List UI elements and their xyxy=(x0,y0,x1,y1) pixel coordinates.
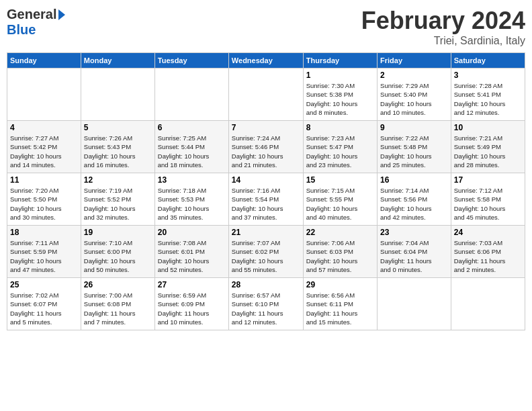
day-of-week-header: Friday xyxy=(378,53,451,68)
calendar-body: 1Sunrise: 7:30 AM Sunset: 5:38 PM Daylig… xyxy=(7,68,525,330)
calendar-table: SundayMondayTuesdayWednesdayThursdayFrid… xyxy=(7,52,525,330)
day-info: Sunrise: 6:56 AM Sunset: 6:11 PM Dayligh… xyxy=(306,291,374,326)
calendar-cell: 27Sunrise: 6:59 AM Sunset: 6:09 PM Dayli… xyxy=(154,278,228,330)
calendar-cell xyxy=(81,68,154,121)
calendar-cell: 4Sunrise: 7:27 AM Sunset: 5:42 PM Daylig… xyxy=(7,121,81,173)
calendar-cell: 28Sunrise: 6:57 AM Sunset: 6:10 PM Dayli… xyxy=(228,278,303,330)
calendar-cell: 23Sunrise: 7:04 AM Sunset: 6:04 PM Dayli… xyxy=(378,226,451,278)
day-number: 3 xyxy=(454,71,522,80)
day-number: 22 xyxy=(306,228,374,237)
day-number: 25 xyxy=(10,280,78,289)
location-title: Triei, Sardinia, Italy xyxy=(361,35,525,47)
day-number: 24 xyxy=(454,228,522,237)
day-number: 21 xyxy=(232,228,300,237)
day-number: 20 xyxy=(158,228,226,237)
day-number: 29 xyxy=(306,280,374,289)
calendar-cell: 15Sunrise: 7:15 AM Sunset: 5:55 PM Dayli… xyxy=(303,173,377,226)
day-info: Sunrise: 7:24 AM Sunset: 5:46 PM Dayligh… xyxy=(232,134,300,169)
calendar-cell: 19Sunrise: 7:10 AM Sunset: 6:00 PM Dayli… xyxy=(81,226,154,278)
day-info: Sunrise: 7:08 AM Sunset: 6:01 PM Dayligh… xyxy=(158,238,226,274)
calendar-cell: 17Sunrise: 7:12 AM Sunset: 5:58 PM Dayli… xyxy=(451,173,525,226)
day-info: Sunrise: 7:04 AM Sunset: 6:04 PM Dayligh… xyxy=(380,238,448,274)
calendar-header: SundayMondayTuesdayWednesdayThursdayFrid… xyxy=(7,53,525,68)
day-number: 27 xyxy=(158,280,226,289)
day-of-week-header: Sunday xyxy=(7,53,81,68)
header-row: SundayMondayTuesdayWednesdayThursdayFrid… xyxy=(7,53,525,68)
calendar-cell: 9Sunrise: 7:22 AM Sunset: 5:48 PM Daylig… xyxy=(378,121,451,173)
day-info: Sunrise: 7:00 AM Sunset: 6:08 PM Dayligh… xyxy=(84,291,152,326)
day-number: 1 xyxy=(306,71,374,80)
calendar-cell xyxy=(154,68,228,121)
day-info: Sunrise: 7:19 AM Sunset: 5:52 PM Dayligh… xyxy=(84,186,152,222)
day-number: 11 xyxy=(10,175,78,185)
day-number: 26 xyxy=(84,280,152,289)
day-info: Sunrise: 7:16 AM Sunset: 5:54 PM Dayligh… xyxy=(232,186,300,222)
day-number: 9 xyxy=(380,123,448,132)
day-info: Sunrise: 7:12 AM Sunset: 5:58 PM Dayligh… xyxy=(454,186,522,222)
day-info: Sunrise: 7:28 AM Sunset: 5:41 PM Dayligh… xyxy=(454,81,522,117)
calendar-cell: 26Sunrise: 7:00 AM Sunset: 6:08 PM Dayli… xyxy=(81,278,154,330)
calendar-cell xyxy=(451,278,525,330)
day-of-week-header: Saturday xyxy=(451,53,525,68)
day-info: Sunrise: 7:23 AM Sunset: 5:47 PM Dayligh… xyxy=(306,134,374,169)
calendar-cell: 8Sunrise: 7:23 AM Sunset: 5:47 PM Daylig… xyxy=(303,121,377,173)
calendar-cell: 29Sunrise: 6:56 AM Sunset: 6:11 PM Dayli… xyxy=(303,278,377,330)
day-of-week-header: Thursday xyxy=(303,53,377,68)
day-number: 15 xyxy=(306,175,374,185)
calendar-cell: 7Sunrise: 7:24 AM Sunset: 5:46 PM Daylig… xyxy=(228,121,303,173)
day-info: Sunrise: 7:26 AM Sunset: 5:43 PM Dayligh… xyxy=(84,134,152,169)
calendar-cell: 5Sunrise: 7:26 AM Sunset: 5:43 PM Daylig… xyxy=(81,121,154,173)
day-of-week-header: Tuesday xyxy=(154,53,228,68)
day-number: 18 xyxy=(10,228,78,237)
calendar-cell: 20Sunrise: 7:08 AM Sunset: 6:01 PM Dayli… xyxy=(154,226,228,278)
day-info: Sunrise: 7:22 AM Sunset: 5:48 PM Dayligh… xyxy=(380,134,448,169)
day-number: 6 xyxy=(158,123,226,132)
day-info: Sunrise: 7:06 AM Sunset: 6:03 PM Dayligh… xyxy=(306,238,374,274)
day-of-week-header: Monday xyxy=(81,53,154,68)
day-number: 4 xyxy=(10,123,78,132)
day-number: 28 xyxy=(232,280,300,289)
day-info: Sunrise: 6:59 AM Sunset: 6:09 PM Dayligh… xyxy=(158,291,226,326)
calendar-week-row: 11Sunrise: 7:20 AM Sunset: 5:50 PM Dayli… xyxy=(7,173,525,226)
calendar-week-row: 1Sunrise: 7:30 AM Sunset: 5:38 PM Daylig… xyxy=(7,68,525,121)
day-number: 13 xyxy=(158,175,226,185)
calendar-week-row: 4Sunrise: 7:27 AM Sunset: 5:42 PM Daylig… xyxy=(7,121,525,173)
calendar-cell xyxy=(7,68,81,121)
calendar-cell: 18Sunrise: 7:11 AM Sunset: 5:59 PM Dayli… xyxy=(7,226,81,278)
calendar-cell xyxy=(228,68,303,121)
day-number: 23 xyxy=(380,228,448,237)
title-section: February 2024 Triei, Sardinia, Italy xyxy=(361,7,525,47)
day-info: Sunrise: 7:14 AM Sunset: 5:56 PM Dayligh… xyxy=(380,186,448,222)
calendar-cell xyxy=(378,278,451,330)
calendar-cell: 2Sunrise: 7:29 AM Sunset: 5:40 PM Daylig… xyxy=(378,68,451,121)
calendar-cell: 14Sunrise: 7:16 AM Sunset: 5:54 PM Dayli… xyxy=(228,173,303,226)
calendar-week-row: 18Sunrise: 7:11 AM Sunset: 5:59 PM Dayli… xyxy=(7,226,525,278)
day-number: 8 xyxy=(306,123,374,132)
day-info: Sunrise: 7:15 AM Sunset: 5:55 PM Dayligh… xyxy=(306,186,374,222)
logo: General Blue xyxy=(7,7,65,38)
calendar-cell: 13Sunrise: 7:18 AM Sunset: 5:53 PM Dayli… xyxy=(154,173,228,226)
day-number: 2 xyxy=(380,71,448,80)
calendar-cell: 12Sunrise: 7:19 AM Sunset: 5:52 PM Dayli… xyxy=(81,173,154,226)
calendar-cell: 6Sunrise: 7:25 AM Sunset: 5:44 PM Daylig… xyxy=(154,121,228,173)
calendar-cell: 11Sunrise: 7:20 AM Sunset: 5:50 PM Dayli… xyxy=(7,173,81,226)
day-info: Sunrise: 7:27 AM Sunset: 5:42 PM Dayligh… xyxy=(10,134,78,169)
day-number: 14 xyxy=(232,175,300,185)
day-number: 5 xyxy=(84,123,152,132)
calendar-cell: 22Sunrise: 7:06 AM Sunset: 6:03 PM Dayli… xyxy=(303,226,377,278)
calendar-cell: 16Sunrise: 7:14 AM Sunset: 5:56 PM Dayli… xyxy=(378,173,451,226)
day-number: 10 xyxy=(454,123,522,132)
day-number: 16 xyxy=(380,175,448,185)
day-number: 19 xyxy=(84,228,152,237)
month-title: February 2024 xyxy=(361,7,525,35)
calendar-cell: 10Sunrise: 7:21 AM Sunset: 5:49 PM Dayli… xyxy=(451,121,525,173)
day-info: Sunrise: 7:18 AM Sunset: 5:53 PM Dayligh… xyxy=(158,186,226,222)
day-info: Sunrise: 6:57 AM Sunset: 6:10 PM Dayligh… xyxy=(232,291,300,326)
logo-arrow-icon xyxy=(58,9,65,20)
day-info: Sunrise: 7:25 AM Sunset: 5:44 PM Dayligh… xyxy=(158,134,226,169)
calendar-cell: 3Sunrise: 7:28 AM Sunset: 5:41 PM Daylig… xyxy=(451,68,525,121)
day-info: Sunrise: 7:30 AM Sunset: 5:38 PM Dayligh… xyxy=(306,81,374,117)
calendar-cell: 25Sunrise: 7:02 AM Sunset: 6:07 PM Dayli… xyxy=(7,278,81,330)
calendar-cell: 1Sunrise: 7:30 AM Sunset: 5:38 PM Daylig… xyxy=(303,68,377,121)
day-info: Sunrise: 7:02 AM Sunset: 6:07 PM Dayligh… xyxy=(10,291,78,326)
